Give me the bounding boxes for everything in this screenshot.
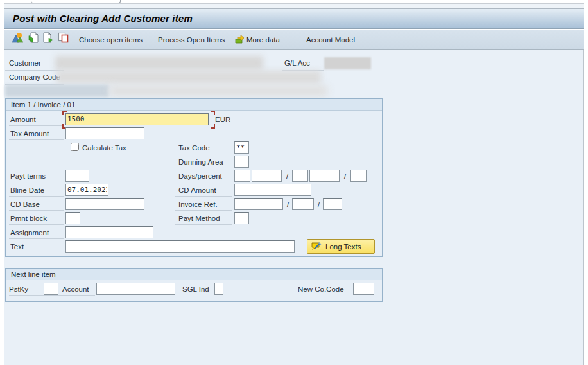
cd-base-label: CD Base	[10, 200, 40, 208]
document-overview-icon	[12, 32, 24, 44]
text-input[interactable]	[65, 240, 295, 253]
process-open-items-button[interactable]: Process Open Items	[158, 35, 225, 45]
next-line-item-header: Next line item	[6, 269, 382, 280]
selection-bracket	[211, 124, 215, 129]
label-underline	[9, 182, 64, 182]
label-underline	[9, 224, 64, 225]
pstky-label: PstKy	[9, 285, 28, 293]
label-underline	[9, 139, 64, 140]
days1-input[interactable]	[234, 170, 250, 182]
label-underline	[9, 295, 95, 296]
toolbar-remnant-strip	[4, 3, 584, 9]
sgl-ind-input[interactable]	[214, 283, 223, 295]
page-title: Post with Clearing Add Customer item	[13, 13, 193, 24]
label-underline	[9, 253, 64, 253]
label-underline	[175, 168, 232, 168]
account-label: Account	[62, 285, 89, 293]
payt-terms-input[interactable]	[65, 170, 89, 182]
label-underline	[175, 210, 232, 211]
sgl-ind-label: SGL Ind	[182, 285, 209, 293]
pmnt-block-label: Pmnt block	[10, 215, 47, 222]
tax-amount-input[interactable]	[65, 127, 144, 139]
dunning-area-label: Dunning Area	[178, 158, 223, 166]
payt-terms-label: Payt terms	[10, 172, 46, 180]
tax-amount-label: Tax Amount	[10, 130, 49, 138]
customer-value-redacted	[55, 56, 263, 70]
invoice-ref-line-item-input[interactable]	[323, 198, 342, 210]
label-underline	[175, 154, 232, 154]
tab-redacted	[5, 85, 109, 97]
tax-code-label: Tax Code	[178, 144, 210, 152]
separator-slash: /	[318, 200, 320, 208]
bline-date-label: Bline Date	[10, 186, 44, 194]
new-co-code-label: New Co.Code	[298, 285, 344, 293]
tab-row-redacted	[109, 85, 327, 96]
days2-input[interactable]	[292, 170, 308, 182]
next-item-button[interactable]	[42, 32, 56, 47]
label-underline	[5, 70, 64, 71]
page-arrow-left-icon	[28, 32, 39, 44]
separator-slash: /	[344, 172, 346, 180]
assignment-input[interactable]	[65, 226, 153, 238]
amount-label: Amount	[10, 116, 36, 123]
account-model-button[interactable]: Account Model	[306, 35, 355, 45]
invoice-ref-label: Invoice Ref.	[178, 200, 218, 208]
invoice-ref-fiscal-year-input[interactable]	[292, 198, 314, 210]
choose-open-items-button[interactable]: Choose open items	[79, 35, 143, 45]
tax-code-input[interactable]	[234, 141, 249, 154]
payt-method-input[interactable]	[234, 212, 249, 224]
page-arrow-right-icon	[42, 32, 54, 44]
days3-input[interactable]	[350, 170, 367, 182]
invoice-ref-input[interactable]	[234, 198, 283, 210]
calculate-tax-label: Calculate Tax	[82, 144, 126, 152]
more-data-button[interactable]: More data	[246, 35, 280, 45]
gl-acc-label: G/L Acc	[284, 59, 310, 67]
more-data-icon	[234, 34, 245, 44]
cd-base-input[interactable]	[65, 198, 144, 210]
more-data-button-icon-wrap[interactable]	[234, 34, 245, 44]
document-overview-button[interactable]	[12, 32, 26, 47]
payt-method-label: Payt Method	[178, 215, 220, 222]
label-underline	[9, 238, 64, 239]
selection-bracket	[211, 111, 215, 115]
dunning-area-input[interactable]	[234, 156, 249, 168]
label-underline	[9, 125, 64, 126]
pstky-input[interactable]	[44, 283, 58, 295]
account-input[interactable]	[96, 283, 175, 295]
window-left-border	[4, 3, 4, 365]
display-document-item-button[interactable]	[58, 32, 72, 47]
long-texts-icon	[311, 242, 322, 251]
selection-bracket	[62, 111, 67, 115]
assignment-label: Assignment	[10, 229, 49, 236]
currency-text: EUR	[215, 116, 230, 123]
label-underline	[9, 210, 64, 211]
label-underline	[175, 196, 232, 197]
label-underline	[175, 182, 232, 182]
separator-slash: /	[287, 200, 289, 208]
label-underline	[175, 224, 232, 225]
item-group-header: Item 1 / Invoice / 01	[6, 99, 382, 111]
back-item-button[interactable]	[28, 32, 42, 47]
company-code-label: Company Code	[9, 73, 60, 81]
long-texts-label: Long Texts	[325, 243, 361, 251]
application-toolbar: Choose open items Process Open Items Mor…	[4, 30, 584, 50]
cd-amount-input[interactable]	[234, 184, 311, 196]
pmnt-block-input[interactable]	[65, 212, 80, 224]
new-co-code-input[interactable]	[353, 283, 374, 295]
calculate-tax-checkbox[interactable]	[71, 143, 79, 151]
percent1-input[interactable]	[252, 170, 282, 182]
amount-input[interactable]	[65, 113, 209, 125]
display-item-icon	[58, 32, 69, 44]
titlebar: Post with Clearing Add Customer item	[4, 9, 584, 29]
company-code-value-redacted	[56, 71, 321, 84]
label-underline	[9, 196, 64, 197]
gl-acc-field-redacted[interactable]	[324, 57, 371, 69]
percent2-input[interactable]	[309, 170, 340, 182]
long-texts-button[interactable]: Long Texts	[307, 239, 375, 254]
days-percent-label: Days/percent	[178, 172, 222, 180]
separator-slash: /	[286, 172, 288, 180]
customer-label: Customer	[9, 59, 41, 67]
cd-amount-label: CD Amount	[178, 186, 216, 194]
text-label: Text	[10, 243, 24, 251]
bline-date-input[interactable]	[65, 184, 108, 196]
